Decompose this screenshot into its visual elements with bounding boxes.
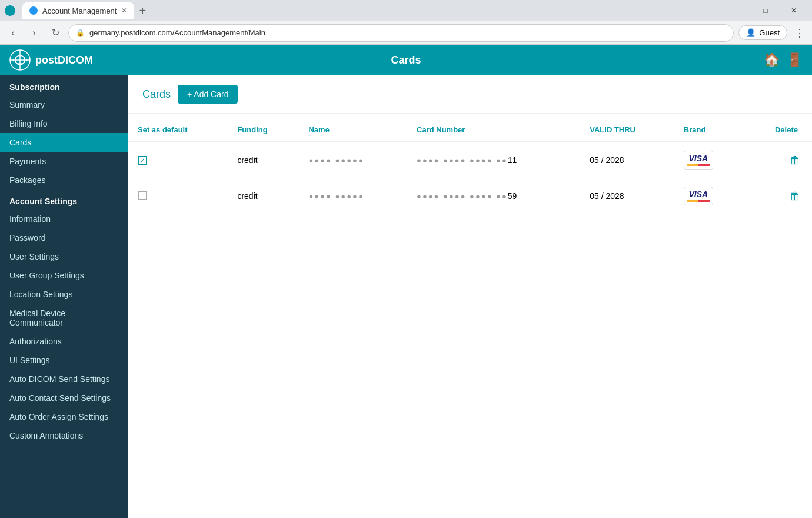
row1-default-checkbox[interactable] — [138, 156, 147, 165]
subscription-section-header: Subscription — [0, 75, 128, 95]
row2-visa-badge: VISA — [684, 187, 713, 205]
content-header: Cards + Add Card — [128, 75, 812, 114]
row2-default-cell — [128, 178, 228, 214]
row1-valid-thru: 05 / 2028 — [580, 142, 674, 178]
row1-name-masked: ●●●● ●●●●● — [308, 156, 364, 165]
app-header-title: Cards — [391, 54, 421, 67]
sidebar-item-packages[interactable]: Packages — [0, 171, 128, 190]
more-options-btn[interactable]: ⋮ — [792, 24, 807, 42]
maximize-btn[interactable]: □ — [752, 2, 779, 19]
row2-delete-button[interactable]: 🗑 — [790, 190, 800, 202]
col-set-as-default: Set as default — [128, 118, 228, 142]
refresh-btn[interactable]: ↻ — [47, 25, 64, 41]
row2-name: ●●●● ●●●●● — [299, 178, 407, 214]
row2-card-masked: ●●●● ●●●● ●●●● ●● — [417, 192, 508, 201]
row1-card-masked: ●●●● ●●●● ●●●● ●● — [417, 156, 508, 165]
row1-name: ●●●● ●●●●● — [299, 142, 407, 178]
row1-card-number: ●●●● ●●●● ●●●● ●●11 — [407, 142, 580, 178]
row2-default-checkbox[interactable] — [138, 191, 147, 200]
sidebar-item-password[interactable]: Password — [0, 228, 128, 247]
browser-window: Account Management ✕ + – □ ✕ ‹ › ↻ 🔒 ger… — [0, 0, 812, 518]
table-row: credit ●●●● ●●●●● ●●●● ●●●● ●●●● ●●59 05… — [128, 178, 812, 214]
cards-table: Set as default Funding Name Card Number … — [128, 118, 812, 214]
sidebar-item-auto-order[interactable]: Auto Order Assign Settings — [0, 407, 128, 426]
tab-favicon — [29, 6, 38, 15]
row1-card-last: 11 — [508, 155, 517, 165]
content-page-title: Cards — [142, 88, 171, 101]
sidebar-item-custom-annotations[interactable]: Custom Annotations — [0, 426, 128, 445]
forward-btn[interactable]: › — [26, 25, 42, 41]
profile-label: Guest — [759, 28, 780, 37]
sidebar-item-cards[interactable]: Cards — [0, 133, 128, 152]
sidebar-item-user-settings[interactable]: User Settings — [0, 247, 128, 266]
sidebar-item-auto-dicom[interactable]: Auto DICOM Send Settings — [0, 370, 128, 388]
row1-visa-text: VISA — [688, 154, 708, 162]
back-btn[interactable]: ‹ — [5, 25, 21, 41]
row1-default-cell — [128, 142, 228, 178]
col-funding: Funding — [228, 118, 299, 142]
row2-brand: VISA — [674, 178, 744, 214]
col-brand: Brand — [674, 118, 744, 142]
row1-delete-button[interactable]: 🗑 — [790, 154, 800, 167]
row2-funding: credit — [228, 178, 299, 214]
row2-card-number: ●●●● ●●●● ●●●● ●●59 — [407, 178, 580, 214]
logout-icon[interactable]: 🚪 — [787, 52, 803, 68]
sidebar-item-user-group-settings[interactable]: User Group Settings — [0, 266, 128, 285]
app-wrapper: postDICOM Cards 🏠 🚪 Subscription Summary… — [0, 45, 812, 518]
new-tab-btn[interactable]: + — [134, 2, 151, 19]
browser-tabs: Account Management ✕ + — [22, 2, 724, 19]
sidebar-item-summary[interactable]: Summary — [0, 95, 128, 114]
col-delete: Delete — [744, 118, 812, 142]
app-header: postDICOM Cards 🏠 🚪 — [0, 45, 812, 75]
active-tab[interactable]: Account Management ✕ — [22, 2, 134, 19]
close-btn[interactable]: ✕ — [780, 2, 807, 19]
account-settings-section-header: Account Settings — [0, 190, 128, 210]
logo-svg — [9, 49, 31, 71]
row1-visa-stripe — [687, 164, 710, 166]
row2-name-masked: ●●●● ●●●●● — [308, 192, 364, 201]
sidebar-item-medical-device[interactable]: Medical Device Communicator — [0, 304, 128, 332]
row2-card-last: 59 — [508, 191, 517, 201]
profile-btn[interactable]: 👤 Guest — [738, 25, 787, 40]
row2-visa-stripe — [687, 200, 710, 202]
row1-brand: VISA — [674, 142, 744, 178]
minimize-btn[interactable]: – — [724, 2, 751, 19]
app-body: Subscription Summary Billing Info Cards … — [0, 75, 812, 518]
lock-icon: 🔒 — [76, 29, 85, 37]
table-header: Set as default Funding Name Card Number … — [128, 118, 812, 142]
sidebar-item-authorizations[interactable]: Authorizations — [0, 332, 128, 351]
row2-delete-cell: 🗑 — [744, 178, 812, 214]
col-name: Name — [299, 118, 407, 142]
browser-titlebar: Account Management ✕ + – □ ✕ — [0, 0, 812, 21]
browser-toolbar: ‹ › ↻ 🔒 germany.postdicom.com/AccountMan… — [0, 21, 812, 45]
add-card-button[interactable]: + Add Card — [178, 85, 238, 104]
sidebar-item-ui-settings[interactable]: UI Settings — [0, 351, 128, 370]
app-logo: postDICOM — [9, 49, 93, 71]
window-controls: – □ ✕ — [724, 2, 807, 19]
table-body: credit ●●●● ●●●●● ●●●● ●●●● ●●●● ●●11 05… — [128, 142, 812, 214]
logo-text: postDICOM — [35, 54, 93, 67]
table-row: credit ●●●● ●●●●● ●●●● ●●●● ●●●● ●●11 05… — [128, 142, 812, 178]
tab-close-btn[interactable]: ✕ — [121, 6, 127, 15]
address-bar[interactable]: 🔒 germany.postdicom.com/AccountManagemen… — [68, 24, 734, 42]
sidebar-item-payments[interactable]: Payments — [0, 152, 128, 171]
header-icons: 🏠 🚪 — [764, 52, 803, 68]
row1-delete-cell: 🗑 — [744, 142, 812, 178]
row2-visa-text: VISA — [688, 190, 708, 198]
main-content: Cards + Add Card Set as default Funding … — [128, 75, 812, 518]
sidebar-item-billing-info[interactable]: Billing Info — [0, 114, 128, 133]
row1-funding: credit — [228, 142, 299, 178]
row2-valid-thru: 05 / 2028 — [580, 178, 674, 214]
col-valid-thru: VALID THRU — [580, 118, 674, 142]
sidebar-item-auto-contact[interactable]: Auto Contact Send Settings — [0, 388, 128, 407]
url-text: germany.postdicom.com/AccountManagement/… — [89, 28, 726, 37]
sidebar: Subscription Summary Billing Info Cards … — [0, 75, 128, 518]
tab-title: Account Management — [42, 6, 117, 15]
profile-icon: 👤 — [746, 28, 756, 37]
row1-visa-badge: VISA — [684, 151, 713, 170]
col-card-number: Card Number — [407, 118, 580, 142]
sidebar-item-information[interactable]: Information — [0, 210, 128, 228]
home-icon[interactable]: 🏠 — [764, 52, 780, 68]
sidebar-item-location-settings[interactable]: Location Settings — [0, 285, 128, 304]
